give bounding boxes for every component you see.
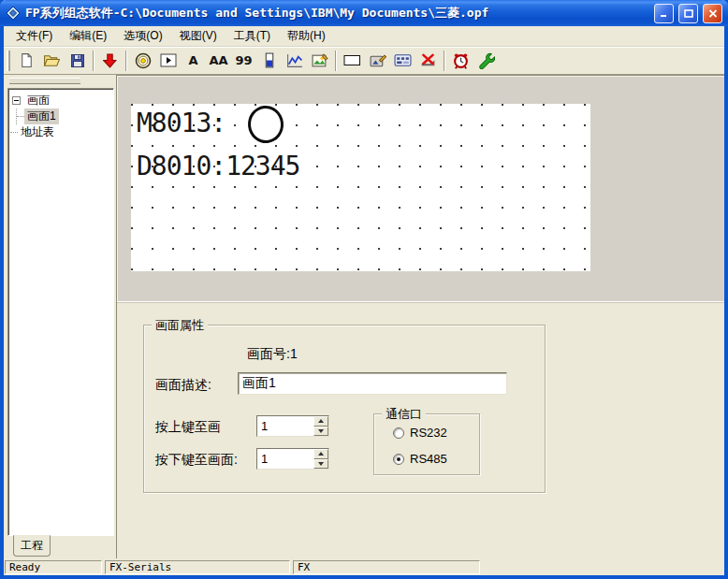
menu-tools[interactable]: 工具(T)	[226, 26, 279, 46]
toolbar-gripper[interactable]	[7, 51, 10, 71]
collapse-icon[interactable]	[12, 96, 21, 105]
tree-root-label[interactable]: 画面	[24, 93, 52, 109]
bitmap-button[interactable]	[307, 49, 332, 73]
keypad-icon	[394, 53, 412, 67]
download-button[interactable]	[97, 49, 123, 73]
canvas-container: M8013: D8010:12345	[117, 75, 724, 301]
menu-bar: 文件(F) 编辑(E) 选项(O) 视图(V) 工具(T) 帮助(H)	[4, 26, 724, 47]
spinner-buttons	[313, 449, 328, 469]
settings-button[interactable]	[473, 49, 499, 73]
rectangle-button[interactable]	[340, 49, 365, 73]
delete-x-icon	[420, 52, 437, 68]
tree-item-address-table[interactable]: 地址表	[10, 124, 111, 140]
trend-chart-button[interactable]	[282, 49, 307, 73]
number-display-button[interactable]: 99	[231, 49, 256, 73]
maximize-icon	[684, 9, 693, 18]
close-button[interactable]	[703, 4, 722, 23]
rs485-label[interactable]: RS485	[410, 452, 447, 466]
delete-button[interactable]	[415, 49, 441, 73]
up-key-spinner	[256, 415, 329, 437]
tree-screen1-label[interactable]: 画面1	[24, 109, 59, 124]
maximize-button[interactable]	[678, 4, 698, 23]
minimize-icon	[660, 9, 669, 18]
close-icon	[708, 9, 718, 18]
radio-selected-icon[interactable]	[393, 454, 404, 465]
bar-graph-button[interactable]	[256, 49, 282, 73]
menu-options[interactable]: 选项(O)	[115, 26, 170, 46]
tree-address-label[interactable]: 地址表	[18, 124, 57, 140]
app-icon	[6, 6, 21, 21]
spin-down-button[interactable]	[313, 427, 328, 437]
group-title: 画面属性	[152, 317, 208, 334]
toolbar-separator	[444, 51, 445, 71]
wrench-icon	[478, 52, 495, 69]
panel-tabs: 工程	[7, 536, 114, 557]
toolbar-separator	[335, 51, 337, 71]
arrow-down-icon	[318, 462, 324, 466]
minimize-button[interactable]	[654, 4, 674, 23]
spin-down-button[interactable]	[313, 459, 328, 470]
new-button[interactable]	[14, 49, 39, 73]
arrow-up-icon	[318, 419, 324, 423]
menu-view[interactable]: 视图(V)	[171, 26, 226, 46]
canvas-text-m8013[interactable]: M8013:	[137, 108, 226, 138]
down-key-label: 按下键至画面:	[155, 452, 238, 469]
rs485-option[interactable]: RS485	[393, 452, 447, 466]
picture-button[interactable]	[365, 49, 390, 73]
toolbar: A AA 99	[4, 47, 724, 75]
alarm-button[interactable]	[448, 49, 473, 73]
arrow-up-icon	[318, 452, 324, 456]
status-series: FX-Serials	[105, 560, 290, 574]
up-key-label: 按上键至画	[155, 419, 221, 436]
rs232-label[interactable]: RS232	[410, 426, 447, 440]
save-button[interactable]	[65, 49, 90, 73]
canvas-text-d8010[interactable]: D8010:12345	[137, 151, 299, 181]
lamp-indicator[interactable]	[246, 104, 285, 145]
function-key-button[interactable]	[155, 49, 181, 73]
indicator-lamp-icon	[135, 52, 152, 69]
screen-canvas[interactable]: M8013: D8010:12345	[131, 104, 590, 271]
bar-graph-icon	[264, 52, 275, 68]
properties-panel: 画面属性 画面号:1 画面描述: 按上键至画 按下键至画面:	[117, 301, 724, 558]
screen-number-label: 画面号:1	[247, 346, 298, 363]
edit-area: M8013: D8010:12345 画面属性 画面号:1 画面描述: 按上键至…	[116, 75, 724, 558]
title-bar[interactable]: FP系列组态软件-C:\Documents and Settings\IBM\M…	[0, 0, 728, 26]
project-panel: 画面 画面1 地址表 工程	[4, 75, 116, 558]
menu-help[interactable]: 帮助(H)	[279, 26, 334, 46]
indicator-lamp-button[interactable]	[130, 49, 155, 73]
tree-item-screens[interactable]: 画面	[10, 93, 111, 109]
spinner-buttons	[313, 416, 328, 436]
menu-edit[interactable]: 编辑(E)	[61, 26, 115, 46]
menu-file[interactable]: 文件(F)	[7, 26, 61, 46]
keypad-button[interactable]	[390, 49, 415, 73]
radio-unselected-icon[interactable]	[393, 427, 404, 439]
tree-item-screen1[interactable]: 画面1	[10, 109, 111, 124]
panel-gripper[interactable]	[9, 78, 80, 84]
toolbar-separator	[93, 51, 95, 71]
tree-connector	[17, 116, 24, 117]
tree-connector	[10, 132, 18, 133]
down-key-spinner	[256, 448, 329, 470]
dynamic-text-button[interactable]: AA	[206, 49, 231, 73]
function-key-icon	[160, 53, 177, 67]
rectangle-icon	[343, 54, 361, 66]
app-window: FP系列组态软件-C:\Documents and Settings\IBM\M…	[0, 0, 728, 579]
down-key-input[interactable]	[257, 449, 313, 469]
spin-up-button[interactable]	[313, 449, 328, 459]
spin-up-button[interactable]	[313, 416, 328, 427]
window-title: FP系列组态软件-C:\Documents and Settings\IBM\M…	[25, 5, 649, 22]
static-text-button[interactable]: A	[181, 49, 206, 73]
project-tree[interactable]: 画面 画面1 地址表	[7, 88, 114, 536]
status-ready: Ready	[5, 560, 102, 574]
rs232-option[interactable]: RS232	[393, 426, 447, 440]
bitmap-icon	[312, 53, 328, 68]
description-input[interactable]	[238, 372, 507, 395]
up-key-input[interactable]	[257, 416, 313, 436]
screen-properties-group: 画面属性 画面号:1 画面描述: 按上键至画 按下键至画面:	[143, 325, 546, 493]
tab-project[interactable]: 工程	[13, 535, 51, 557]
status-bar: Ready FX-Serials FX	[4, 558, 724, 575]
client-area: 画面 画面1 地址表 工程 M8013:	[4, 75, 724, 558]
open-button[interactable]	[39, 49, 65, 73]
trend-chart-icon	[286, 53, 303, 68]
new-document-icon	[19, 52, 35, 68]
